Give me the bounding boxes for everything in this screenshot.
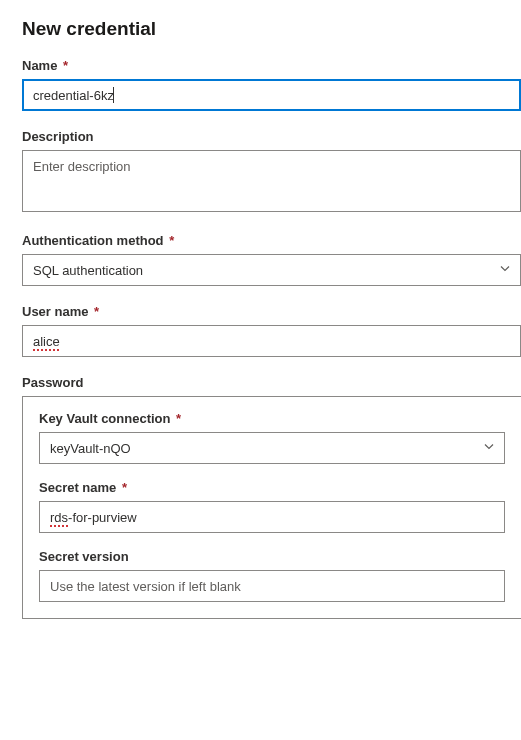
- page-title: New credential: [22, 18, 521, 40]
- spellcheck-underline: [50, 525, 68, 527]
- keyvault-label: Key Vault connection *: [39, 411, 505, 426]
- keyvault-field-group: Key Vault connection *: [39, 411, 505, 464]
- required-mark: *: [169, 233, 174, 248]
- password-field-group: Password Key Vault connection * Secret n…: [22, 375, 521, 619]
- secretname-field-group: Secret name *: [39, 480, 505, 533]
- username-label: User name *: [22, 304, 521, 319]
- auth-method-label-text: Authentication method: [22, 233, 164, 248]
- required-mark: *: [94, 304, 99, 319]
- keyvault-label-text: Key Vault connection: [39, 411, 170, 426]
- password-section: Key Vault connection * Secret name *: [22, 396, 521, 619]
- keyvault-select[interactable]: [39, 432, 505, 464]
- secretversion-label: Secret version: [39, 549, 505, 564]
- description-field-group: Description: [22, 129, 521, 215]
- secretname-label: Secret name *: [39, 480, 505, 495]
- username-field-group: User name *: [22, 304, 521, 357]
- name-input-value: credential-6kz: [33, 88, 114, 103]
- description-input[interactable]: [22, 150, 521, 212]
- secretname-label-text: Secret name: [39, 480, 116, 495]
- auth-method-label: Authentication method *: [22, 233, 521, 248]
- name-input[interactable]: credential-6kz: [22, 79, 521, 111]
- name-label: Name *: [22, 58, 521, 73]
- description-label: Description: [22, 129, 521, 144]
- username-label-text: User name: [22, 304, 88, 319]
- secretname-input[interactable]: [39, 501, 505, 533]
- required-mark: *: [63, 58, 68, 73]
- required-mark: *: [122, 480, 127, 495]
- name-label-text: Name: [22, 58, 57, 73]
- required-mark: *: [176, 411, 181, 426]
- password-label: Password: [22, 375, 521, 390]
- secretversion-input[interactable]: [39, 570, 505, 602]
- spellcheck-underline: [33, 349, 61, 351]
- username-input[interactable]: [22, 325, 521, 357]
- auth-method-select[interactable]: [22, 254, 521, 286]
- auth-method-field-group: Authentication method *: [22, 233, 521, 286]
- text-caret: [113, 87, 114, 103]
- name-field-group: Name * credential-6kz: [22, 58, 521, 111]
- secretversion-field-group: Secret version: [39, 549, 505, 602]
